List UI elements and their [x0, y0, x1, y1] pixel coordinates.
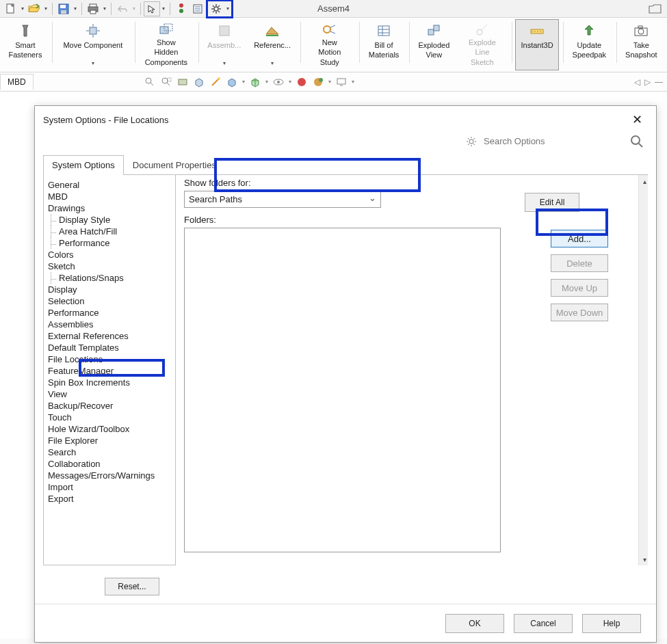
tree-mbd[interactable]: MBD: [44, 191, 175, 202]
traffic-light-icon[interactable]: [173, 1, 189, 16]
mbd-tab[interactable]: MBD: [0, 74, 34, 90]
tree-messages[interactable]: Messages/Errors/Warnings: [44, 470, 175, 481]
tree-display-style[interactable]: Display Style: [44, 214, 175, 226]
svg-line-65: [473, 144, 475, 145]
bom-button[interactable]: Bill of Materials: [363, 19, 405, 70]
open-dropdown[interactable]: ▾: [42, 5, 49, 12]
view-orientation-icon[interactable]: [193, 76, 205, 88]
update-speedpak-button[interactable]: Update Speedpak: [566, 19, 612, 70]
tree-assemblies[interactable]: Assemblies: [44, 319, 175, 330]
new-doc-icon[interactable]: [3, 1, 19, 16]
camera-icon: [633, 23, 649, 39]
tree-display[interactable]: Display: [44, 284, 175, 295]
display-style-icon[interactable]: [226, 76, 238, 88]
show-folders-combo[interactable]: Search Paths: [184, 191, 381, 208]
smart-fasteners-button[interactable]: Smart Fasteners: [3, 19, 48, 70]
tree-sketch[interactable]: Sketch: [44, 260, 175, 272]
folder-icon-right[interactable]: [646, 1, 664, 16]
exploded-icon: [426, 23, 442, 39]
svg-point-68: [631, 136, 640, 144]
ok-button[interactable]: OK: [445, 614, 504, 633]
print-icon[interactable]: [85, 1, 101, 16]
cancel-button[interactable]: Cancel: [514, 614, 573, 633]
fastener-icon: [17, 23, 34, 39]
tree-export[interactable]: Export: [44, 493, 175, 505]
tree-touch[interactable]: Touch: [44, 412, 175, 423]
move-up-button: Move Up: [551, 279, 608, 297]
scroll-down-icon[interactable]: ▾: [639, 553, 648, 565]
tree-relations-snaps[interactable]: Relations/Snaps: [44, 272, 175, 284]
search-options-input[interactable]: [481, 133, 626, 150]
add-button[interactable]: Add...: [551, 230, 608, 247]
reset-button[interactable]: Reset...: [105, 578, 159, 595]
tree-import[interactable]: Import: [44, 481, 175, 493]
wand-icon[interactable]: [209, 76, 222, 88]
open-icon[interactable]: [26, 1, 42, 16]
tree-collaboration[interactable]: Collaboration: [44, 458, 175, 470]
view-toolbar: ▾ ▾ ▾ ▾ ▾: [144, 76, 354, 88]
tree-drawings[interactable]: Drawings: [44, 202, 175, 214]
tree-external-references[interactable]: External References: [44, 330, 175, 342]
tree-file-explorer[interactable]: File Explorer: [44, 435, 175, 446]
zoom-fit-icon[interactable]: [144, 76, 156, 88]
options-button-highlighted: ▾: [206, 0, 233, 18]
select-dropdown[interactable]: ▾: [160, 5, 167, 12]
tree-file-locations[interactable]: File Locations: [44, 353, 175, 365]
undo-icon[interactable]: [114, 1, 131, 16]
appearance-icon[interactable]: [296, 76, 308, 88]
options-dropdown[interactable]: ▾: [224, 5, 231, 12]
monitor-icon[interactable]: [335, 76, 348, 88]
search-icon[interactable]: [630, 135, 644, 148]
document-properties-icon[interactable]: [189, 1, 206, 16]
new-motion-study-button[interactable]: New Motion Study: [304, 19, 355, 70]
edit-all-button[interactable]: Edit All: [525, 193, 579, 212]
section-view-icon[interactable]: [176, 76, 189, 88]
move-component-button[interactable]: Move Component ▾: [55, 19, 131, 70]
tree-default-templates[interactable]: Default Templates: [44, 342, 175, 353]
save-dropdown[interactable]: ▾: [72, 5, 79, 12]
tab-system-options[interactable]: System Options: [43, 155, 124, 174]
tree-performance[interactable]: Performance: [44, 307, 175, 319]
nav-dash-icon[interactable]: —: [655, 77, 663, 87]
close-icon[interactable]: ✕: [626, 111, 648, 128]
print-dropdown[interactable]: ▾: [101, 5, 108, 12]
reference-geometry-button[interactable]: Referenc... ▾: [248, 19, 297, 70]
svg-rect-36: [531, 29, 543, 33]
tree-drawings-performance[interactable]: Performance: [44, 237, 175, 249]
tree-search[interactable]: Search: [44, 446, 175, 458]
cube-icon[interactable]: [249, 76, 261, 88]
help-button[interactable]: Help: [582, 614, 641, 633]
folders-listbox[interactable]: [184, 228, 501, 552]
tree-backup-recover[interactable]: Backup/Recover: [44, 400, 175, 412]
tree-selection[interactable]: Selection: [44, 295, 175, 307]
tree-spin-box[interactable]: Spin Box Increments: [44, 377, 175, 388]
show-hidden-button[interactable]: Show Hidden Components: [138, 19, 194, 70]
tree-area-hatch[interactable]: Area Hatch/Fill: [44, 226, 175, 237]
tree-hole-wizard[interactable]: Hole Wizard/Toolbox: [44, 423, 175, 435]
new-doc-dropdown[interactable]: ▾: [19, 5, 26, 12]
zoom-area-icon[interactable]: [160, 76, 172, 88]
vertical-scrollbar[interactable]: ▴ ▾: [638, 175, 648, 565]
tree-view[interactable]: View: [44, 388, 175, 400]
take-snapshot-button[interactable]: Take Snapshot: [620, 19, 664, 70]
nav-prev-icon[interactable]: ◁: [634, 77, 640, 87]
instant3d-button[interactable]: Instant3D: [515, 19, 559, 70]
nav-next-icon[interactable]: ▷: [644, 77, 651, 87]
motion-icon: [322, 23, 338, 36]
svg-rect-3: [61, 10, 66, 14]
scroll-up-icon[interactable]: ▴: [639, 175, 648, 187]
show-folders-label: Show folders for:: [184, 178, 642, 188]
tree-general[interactable]: General: [44, 179, 175, 191]
tree-colors[interactable]: Colors: [44, 249, 175, 260]
svg-line-20: [213, 11, 214, 12]
save-icon[interactable]: [55, 1, 72, 16]
appearance-scene-icon[interactable]: [312, 76, 324, 88]
options-tree[interactable]: General MBD Drawings Display Style Area …: [43, 175, 176, 565]
tree-featuremanager[interactable]: FeatureManager: [44, 365, 175, 377]
undo-dropdown[interactable]: ▾: [131, 5, 138, 12]
select-icon[interactable]: [144, 1, 160, 16]
options-gear-icon[interactable]: [208, 1, 224, 16]
eye-icon[interactable]: [272, 76, 285, 88]
tab-document-properties[interactable]: Document Properties: [124, 155, 225, 174]
exploded-view-button[interactable]: Exploded View: [413, 19, 456, 70]
